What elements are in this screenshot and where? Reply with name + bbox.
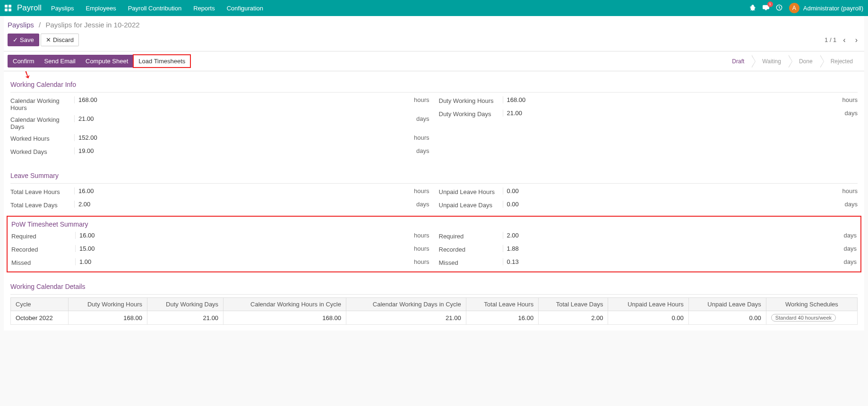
- nav-menu: Payslips Employees Payroll Contribution …: [51, 5, 749, 12]
- pow-highlight-box: PoW Timesheet Summary Required16.00hours…: [7, 216, 861, 272]
- field-unit: hours: [414, 134, 430, 141]
- messages-badge: 1: [767, 1, 773, 7]
- field-row: Unpaid Leave Hours0.00hours: [439, 186, 858, 199]
- field-label: Worked Hours: [10, 134, 74, 142]
- cell-cwd: 21.00: [346, 311, 466, 325]
- field-label: Required: [11, 232, 75, 240]
- th-tlh: Total Leave Hours: [466, 298, 538, 311]
- breadcrumb: Payslips / Payslips for Jessie in 10-202…: [8, 21, 140, 29]
- status-done[interactable]: Done: [789, 54, 820, 68]
- field-unit: days: [844, 245, 857, 252]
- clock-icon[interactable]: [776, 4, 782, 12]
- user-menu[interactable]: A Administrator (payroll): [789, 3, 863, 13]
- field-label: Required: [439, 232, 503, 240]
- field-value: 0.00: [507, 187, 842, 195]
- field-unit: days: [416, 115, 429, 122]
- cell-cycle: October 2022: [11, 311, 69, 325]
- pager: 1 / 1 ‹ ›: [825, 34, 860, 46]
- field-label: Missed: [439, 258, 503, 266]
- breadcrumb-current: Payslips for Jessie in 10-2022: [45, 21, 139, 29]
- discard-button[interactable]: ✕ Discard: [41, 34, 79, 46]
- section-working-calendar: Working Calendar Info: [10, 77, 858, 93]
- compute-sheet-button[interactable]: Compute Sheet: [80, 55, 133, 68]
- field-label: Unpaid Leave Hours: [439, 187, 503, 195]
- field-label: Calendar Working Days: [10, 115, 74, 130]
- details-table: Cycle Duty Working Hours Duty Working Da…: [10, 297, 858, 325]
- field-unit: hours: [842, 96, 858, 103]
- app-brand[interactable]: Payroll: [17, 3, 42, 13]
- field-unit: days: [845, 201, 858, 208]
- pager-next[interactable]: ›: [852, 34, 860, 46]
- th-dwh: Duty Working Hours: [68, 298, 147, 311]
- field-value: 2.00: [507, 232, 844, 239]
- nav-menu-employees[interactable]: Employees: [86, 5, 116, 12]
- field-label: Missed: [11, 258, 75, 266]
- breadcrumb-root[interactable]: Payslips: [8, 21, 34, 29]
- status-bar: Draft Waiting Done Rejected: [722, 54, 864, 68]
- th-uld: Unpaid Leave Days: [688, 298, 766, 311]
- field-label: Total Leave Hours: [10, 187, 74, 195]
- navbar: Payroll Payslips Employees Payroll Contr…: [0, 0, 868, 16]
- bug-icon[interactable]: [749, 4, 756, 12]
- field-unit: hours: [414, 245, 430, 252]
- messages-icon[interactable]: 1: [763, 4, 769, 12]
- status-draft[interactable]: Draft: [722, 54, 752, 68]
- field-value: 168.00: [78, 96, 414, 103]
- field-label: Worked Days: [10, 147, 74, 155]
- section-leave-summary: Leave Summary: [10, 168, 858, 184]
- field-unit: days: [845, 110, 858, 117]
- field-value: 16.00: [79, 232, 414, 239]
- th-cycle: Cycle: [11, 298, 69, 311]
- status-rejected[interactable]: Rejected: [820, 54, 860, 68]
- field-value: 21.00: [507, 110, 845, 117]
- field-value: 168.00: [507, 96, 842, 103]
- th-schedules: Working Schedules: [766, 298, 857, 311]
- nav-menu-contribution[interactable]: Payroll Contribution: [128, 5, 181, 12]
- apps-menu-icon[interactable]: [5, 5, 11, 11]
- send-email-button[interactable]: Send Email: [39, 55, 81, 68]
- field-row: Duty Working Hours168.00hours: [439, 94, 858, 108]
- cell-dwd: 21.00: [147, 311, 223, 325]
- cell-dwh: 168.00: [68, 311, 147, 325]
- field-label: Recorded: [439, 245, 503, 253]
- cell-schedule: Standard 40 hours/week: [766, 311, 857, 325]
- save-button[interactable]: ✓Save: [8, 34, 39, 46]
- confirm-button[interactable]: Confirm: [8, 55, 40, 68]
- status-waiting[interactable]: Waiting: [752, 54, 789, 68]
- field-row: Recorded15.00hours: [11, 243, 430, 256]
- field-row: Unpaid Leave Days0.00days: [439, 199, 858, 212]
- field-row: Required2.00days: [439, 230, 857, 243]
- table-row[interactable]: October 2022 168.00 21.00 168.00 21.00 1…: [11, 311, 858, 325]
- field-value: 152.00: [78, 134, 414, 141]
- th-cwd: Calendar Working Days in Cycle: [346, 298, 466, 311]
- pager-prev[interactable]: ‹: [840, 34, 848, 46]
- load-timesheets-button[interactable]: Load Timesheets: [133, 54, 191, 68]
- cell-cwh: 168.00: [223, 311, 346, 325]
- avatar: A: [789, 3, 799, 13]
- th-cwh: Calendar Working Hours in Cycle: [223, 298, 346, 311]
- field-unit: days: [416, 147, 429, 154]
- th-tld: Total Leave Days: [539, 298, 608, 311]
- field-row: Total Leave Days2.00days: [10, 199, 430, 212]
- nav-menu-reports[interactable]: Reports: [193, 5, 215, 12]
- field-label: Total Leave Days: [10, 201, 74, 209]
- field-unit: hours: [414, 187, 430, 195]
- field-row: Missed0.13days: [439, 256, 857, 270]
- field-value: 21.00: [78, 115, 416, 122]
- section-details: Working Calendar Details: [10, 279, 858, 295]
- cell-tlh: 16.00: [466, 311, 538, 325]
- nav-menu-configuration[interactable]: Configuration: [227, 5, 263, 12]
- field-value: 19.00: [78, 147, 416, 154]
- section-pow-summary: PoW Timesheet Summary: [11, 219, 857, 230]
- field-unit: days: [416, 201, 429, 208]
- field-row: Worked Hours152.00hours: [10, 132, 430, 145]
- field-row: Calendar Working Days21.00days: [10, 113, 430, 132]
- nav-menu-payslips[interactable]: Payslips: [51, 5, 74, 12]
- field-unit: hours: [414, 96, 430, 103]
- pager-count: 1 / 1: [825, 36, 836, 43]
- field-label: Duty Working Days: [439, 110, 503, 118]
- th-dwd: Duty Working Days: [147, 298, 223, 311]
- field-row: Missed1.00hours: [11, 256, 430, 270]
- field-label: Unpaid Leave Days: [439, 201, 503, 209]
- field-unit: hours: [414, 258, 430, 265]
